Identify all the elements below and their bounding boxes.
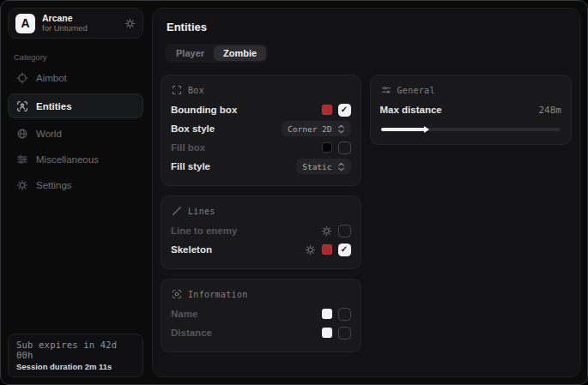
- lines-panel: Lines Line to enemy: [161, 196, 361, 269]
- sidebar-item-label: Miscellaneous: [36, 154, 99, 165]
- color-swatch[interactable]: [322, 244, 332, 255]
- color-swatch[interactable]: [322, 105, 332, 115]
- dropdown-value: Static: [302, 162, 331, 171]
- max-distance-value: 248m: [539, 105, 562, 116]
- slider-fill: [381, 128, 426, 131]
- tab-player[interactable]: Player: [167, 45, 214, 61]
- sliders-icon: [16, 153, 28, 165]
- setting-label: Distance: [171, 328, 212, 338]
- gear-icon: [16, 179, 28, 191]
- box-panel: Box Bounding box ✓ Box style Co: [161, 75, 361, 186]
- checkbox-checked[interactable]: ✓: [338, 244, 351, 256]
- setting-label: Box style: [171, 123, 215, 134]
- color-swatch[interactable]: [322, 142, 332, 153]
- setting-row-max-distance: Max distance 248m: [380, 100, 561, 119]
- gear-icon[interactable]: [305, 244, 316, 256]
- setting-row-box-style: Box style Corner 2D: [171, 119, 351, 138]
- sidebar: A Arcane for Unturned Category Aimbot: [1, 1, 150, 384]
- general-panel: General Max distance 248m: [370, 75, 572, 145]
- setting-label: Fill box: [171, 142, 205, 153]
- app-title: Arcane: [42, 14, 118, 24]
- entity-tabs: Player Zombie: [165, 44, 268, 63]
- box-style-dropdown[interactable]: Corner 2D: [282, 121, 350, 136]
- brand-card: A Arcane for Unturned: [8, 8, 143, 39]
- setting-row-skeleton: Skeleton ✓: [171, 240, 351, 259]
- panel-title: Box: [188, 86, 204, 95]
- chevron-updown-icon: [337, 162, 345, 171]
- sidebar-item-label: Settings: [36, 180, 72, 190]
- app-logo: A: [15, 14, 35, 33]
- setting-label: Name: [171, 309, 197, 319]
- max-distance-slider[interactable]: [381, 128, 561, 131]
- tab-zombie[interactable]: Zombie: [214, 45, 266, 61]
- setting-row-fill-box: Fill box: [171, 138, 351, 157]
- subscription-expiry: Sub expires in 42d 00h: [16, 340, 135, 360]
- sidebar-item-label: Aimbot: [36, 73, 67, 83]
- check-icon: ✓: [341, 245, 348, 254]
- chevron-updown-icon: [337, 124, 345, 134]
- brand-text: Arcane for Unturned: [42, 14, 118, 33]
- gear-icon[interactable]: [124, 18, 136, 29]
- globe-icon: [16, 128, 28, 140]
- setting-label: Max distance: [380, 105, 442, 115]
- setting-label: Bounding box: [171, 105, 237, 115]
- color-swatch[interactable]: [322, 328, 332, 338]
- main-panel: Entities Player Zombie Box: [152, 8, 580, 377]
- line-icon: [172, 206, 182, 216]
- setting-row-line-to-enemy: Line to enemy: [171, 221, 351, 240]
- panel-title: Information: [188, 290, 248, 299]
- tune-icon: [381, 85, 391, 95]
- dropdown-value: Corner 2D: [288, 124, 331, 134]
- setting-row-fill-style: Fill style Static: [171, 157, 351, 176]
- gear-icon[interactable]: [321, 226, 332, 237]
- panel-title: Lines: [188, 207, 215, 216]
- category-label: Category: [14, 52, 143, 62]
- checkbox-checked[interactable]: ✓: [338, 104, 351, 117]
- setting-row-distance: Distance: [171, 323, 351, 342]
- checkbox-unchecked[interactable]: [338, 308, 351, 321]
- session-duration: Session duration 2m 11s: [16, 362, 135, 371]
- check-icon: ✓: [341, 105, 348, 114]
- sidebar-item-world[interactable]: World: [8, 122, 143, 146]
- app-window: A Arcane for Unturned Category Aimbot: [0, 0, 588, 385]
- sidebar-item-settings[interactable]: Settings: [8, 173, 143, 197]
- page-title: Entities: [167, 21, 572, 33]
- checkbox-unchecked[interactable]: [338, 225, 351, 238]
- setting-label: Fill style: [171, 161, 210, 171]
- information-icon: [172, 289, 182, 299]
- box-corners-icon: [172, 85, 182, 95]
- setting-label: Skeleton: [171, 244, 212, 255]
- checkbox-unchecked[interactable]: [338, 327, 351, 340]
- entities-icon: [16, 100, 28, 112]
- setting-label: Line to enemy: [171, 226, 237, 236]
- crosshair-icon: [16, 72, 28, 84]
- sidebar-item-aimbot[interactable]: Aimbot: [8, 66, 143, 90]
- sidebar-item-label: World: [36, 129, 62, 139]
- slider-thumb[interactable]: [424, 126, 429, 133]
- sidebar-item-miscellaneous[interactable]: Miscellaneous: [8, 147, 143, 171]
- color-swatch[interactable]: [322, 309, 332, 319]
- information-panel: Information Name Distance: [161, 279, 361, 352]
- subscription-card: Sub expires in 42d 00h Session duration …: [8, 334, 143, 377]
- checkbox-unchecked[interactable]: [338, 141, 351, 154]
- fill-style-dropdown[interactable]: Static: [296, 159, 350, 174]
- app-subtitle: for Unturned: [42, 24, 118, 33]
- sidebar-item-entities[interactable]: Entities: [8, 93, 143, 118]
- setting-row-name: Name: [171, 304, 351, 323]
- sidebar-item-label: Entities: [36, 101, 72, 111]
- setting-row-bounding-box: Bounding box ✓: [171, 100, 351, 119]
- panel-title: General: [397, 86, 435, 95]
